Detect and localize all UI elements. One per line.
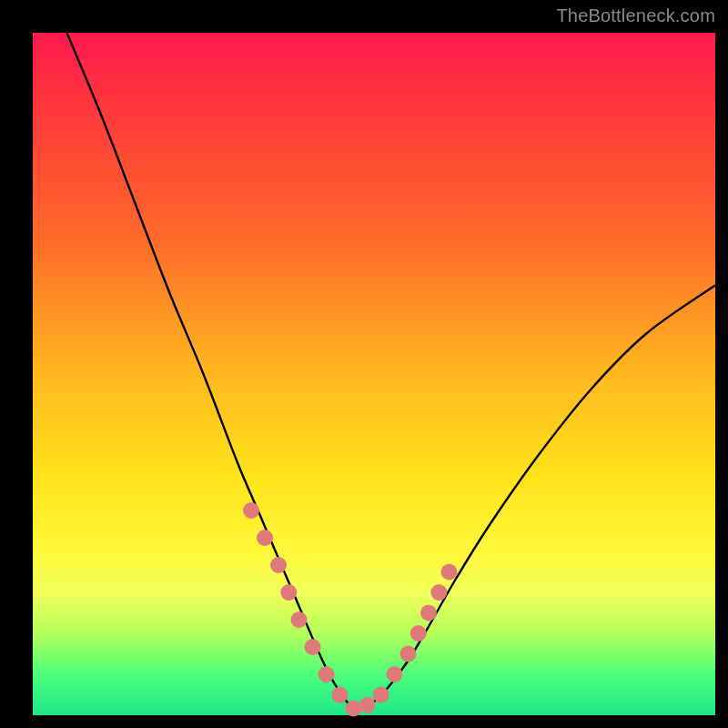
curve-marker — [346, 701, 362, 717]
curve-marker — [332, 687, 349, 703]
curve-marker — [387, 666, 403, 682]
curve-marker — [243, 502, 259, 519]
curve-marker — [318, 666, 335, 682]
watermark-text: TheBottleneck.com — [556, 5, 715, 26]
marker-group — [243, 502, 458, 717]
bottleneck-chart-svg — [33, 33, 715, 715]
chart-stage: TheBottleneck.com — [0, 0, 728, 728]
bottleneck-curve — [67, 33, 716, 709]
curve-marker — [410, 625, 427, 642]
curve-marker — [400, 646, 417, 662]
curve-marker — [270, 557, 287, 573]
curve-marker — [359, 697, 376, 713]
curve-marker — [305, 639, 321, 655]
curve-marker — [280, 584, 297, 601]
plot-area — [33, 33, 715, 715]
curve-marker — [257, 530, 273, 546]
curve-marker — [291, 612, 308, 628]
curve-marker — [430, 584, 447, 601]
curve-marker — [441, 564, 458, 581]
curve-marker — [373, 687, 389, 703]
curve-marker — [420, 605, 437, 622]
